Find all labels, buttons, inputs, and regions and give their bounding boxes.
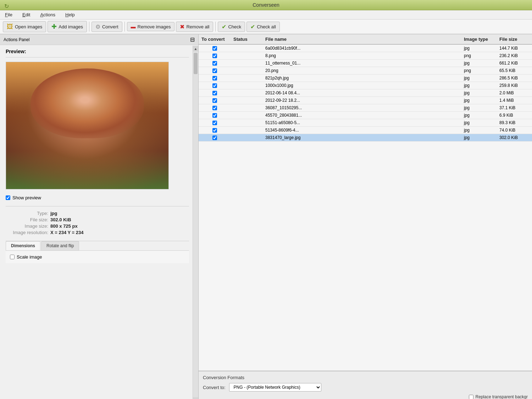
show-preview-label[interactable]: Show preview (12, 195, 41, 200)
row-filesize: 144.7 KiB (497, 46, 532, 51)
table-row[interactable]: 821p2qh.jpg jpg 286.5 KiB (199, 74, 532, 82)
tab-dimensions[interactable]: Dimensions (6, 241, 40, 250)
check-all-button[interactable]: ✔ Check all (246, 22, 279, 32)
row-filename: 51345-8609f6-4... (262, 128, 461, 133)
row-filename: 11_otterness_01... (262, 61, 461, 66)
table-row[interactable]: 36087_10150295... jpg 37.1 KiB (199, 104, 532, 112)
scroll-thumb[interactable] (194, 53, 198, 74)
row-checkbox-cell (199, 76, 231, 81)
panel-title: Actions Panel (4, 37, 29, 42)
refresh-icon: ↻ (4, 3, 9, 10)
show-preview-row: Show preview (6, 195, 189, 200)
toolbar-separator-1 (89, 22, 89, 32)
table-row[interactable]: 2012-09-22 18.2... jpg 1.4 MiB (199, 97, 532, 104)
format-select[interactable]: PNG - (Portable Network Graphics)JPG - (… (229, 383, 321, 392)
row-checkbox[interactable] (212, 98, 217, 103)
row-filename: 6a00d8341cb90f... (262, 46, 461, 51)
table-row[interactable]: 45570_28043881... jpg 6.9 KiB (199, 112, 532, 119)
dock-icon[interactable]: ⊟ (190, 36, 195, 43)
menu-actions[interactable]: Actions (38, 11, 57, 18)
remove-all-button[interactable]: ✖ Remove all (176, 22, 213, 32)
menu-help[interactable]: Help (63, 11, 77, 18)
file-list-header: To convert Status File name Image type F… (199, 34, 532, 45)
toolbar: 🖼 Open images ✚ Add images ⚙ Convert ▬ R… (0, 20, 532, 34)
scroll-down-arrow[interactable]: ▼ (193, 397, 198, 399)
row-filename: 3831470_large.jpg (262, 135, 461, 140)
row-filesize: 236.2 KiB (497, 53, 532, 58)
menu-bar: File Edit Actions Help (0, 10, 532, 20)
row-filename: 2012-06-14 08.4... (262, 90, 461, 95)
header-status: Status (231, 37, 262, 42)
row-filename: 1000x1000.jpg (262, 83, 461, 88)
table-row[interactable]: 3831470_large.jpg jpg 302.0 KiB (199, 134, 532, 142)
table-row[interactable]: 6a00d8341cb90f... jpg 144.7 KiB (199, 45, 532, 52)
row-filesize: 1.4 MiB (497, 98, 532, 103)
table-row[interactable]: 2012-06-14 08.4... jpg 2.0 MiB (199, 89, 532, 97)
filesize-value: 302.0 KiB (50, 217, 189, 222)
add-images-button[interactable]: ✚ Add images (48, 21, 87, 32)
row-checkbox[interactable] (212, 76, 217, 81)
menu-file[interactable]: File (3, 11, 15, 18)
menu-edit[interactable]: Edit (20, 11, 32, 18)
app-title: Converseen (253, 2, 279, 8)
convert-to-label: Convert to: (203, 385, 226, 390)
tabs-row: Dimensions Rotate and flip (6, 241, 189, 251)
table-row[interactable]: 20.png png 65.5 KiB (199, 67, 532, 74)
portrait-image (6, 62, 168, 189)
row-checkbox[interactable] (212, 83, 217, 88)
row-filename: 2012-09-22 18.2... (262, 98, 461, 103)
add-images-icon: ✚ (51, 23, 57, 31)
row-checkbox[interactable] (212, 61, 217, 66)
row-imagetype: jpg (461, 98, 497, 103)
tab-rotate-flip[interactable]: Rotate and flip (41, 241, 79, 250)
row-imagetype: jpg (461, 83, 497, 88)
row-filename: 821p2qh.jpg (262, 76, 461, 81)
left-panel-scrollbar[interactable]: ▲ ▼ (193, 46, 198, 399)
row-checkbox[interactable] (212, 54, 217, 58)
row-filename: 45570_28043881... (262, 113, 461, 118)
row-filesize: 6.9 KiB (497, 113, 532, 118)
scale-image-row: Scale image (10, 254, 185, 260)
row-checkbox[interactable] (212, 68, 217, 73)
open-images-icon: 🖼 (7, 23, 13, 31)
row-imagetype: jpg (461, 128, 497, 133)
row-checkbox-cell (199, 128, 231, 133)
remove-images-button[interactable]: ▬ Remove images (127, 22, 175, 31)
row-checkbox[interactable] (212, 106, 217, 110)
check-button[interactable]: ✔ Check (218, 22, 245, 32)
preview-divider (6, 57, 189, 57)
open-images-button[interactable]: 🖼 Open images (3, 21, 46, 32)
table-row[interactable]: 51345-8609f6-4... jpg 74.0 KiB (199, 127, 532, 134)
row-checkbox-cell (199, 91, 231, 95)
replace-transparent-label[interactable]: Replace transparent backgr (476, 394, 528, 399)
row-checkbox[interactable] (212, 121, 217, 125)
row-checkbox[interactable] (212, 128, 217, 133)
scale-image-label[interactable]: Scale image (17, 254, 42, 260)
scroll-up-arrow[interactable]: ▲ (193, 46, 198, 51)
row-checkbox[interactable] (212, 46, 217, 51)
replace-transparent-checkbox[interactable] (469, 395, 473, 399)
row-filename: 36087_10150295... (262, 105, 461, 110)
row-filesize: 65.5 KiB (497, 68, 532, 73)
row-checkbox[interactable] (212, 113, 217, 118)
convert-button[interactable]: ⚙ Convert (92, 22, 122, 32)
table-row[interactable]: 11_otterness_01... jpg 661.2 KiB (199, 60, 532, 67)
row-checkbox-cell (199, 106, 231, 110)
conversion-formats-title: Conversion Formats (203, 375, 528, 380)
row-checkbox-cell (199, 121, 231, 125)
row-filename: 20.png (262, 68, 461, 73)
table-row[interactable]: 8.png png 236.2 KiB (199, 52, 532, 60)
file-list-area: To convert Status File name Image type F… (199, 34, 532, 371)
filesize-label: File size: (6, 217, 48, 222)
row-checkbox-cell (199, 135, 231, 140)
row-checkbox[interactable] (212, 135, 217, 140)
header-imagetype: Image type (461, 37, 497, 42)
table-row[interactable]: 51151-a65080-5... jpg 89.3 KiB (199, 119, 532, 127)
scale-image-checkbox[interactable] (10, 255, 15, 259)
row-filesize: 89.3 KiB (497, 120, 532, 125)
row-filename: 51151-a65080-5... (262, 120, 461, 125)
show-preview-checkbox[interactable] (6, 195, 10, 200)
row-filesize: 2.0 MiB (497, 90, 532, 95)
table-row[interactable]: 1000x1000.jpg jpg 259.8 KiB (199, 82, 532, 89)
row-checkbox[interactable] (212, 91, 217, 95)
